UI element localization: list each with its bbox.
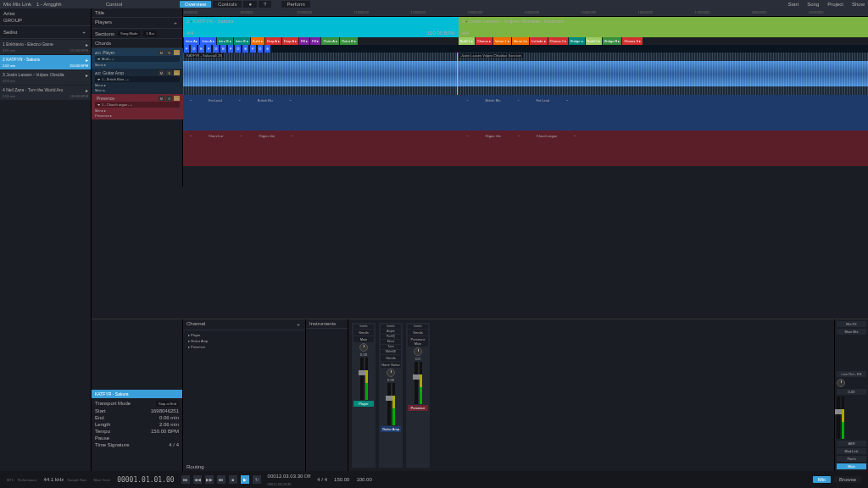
marker[interactable]: Build 1 ▸ [459,37,475,45]
track-header[interactable]: A01PlayerMSon⏷ Multi - +Mono ▸ [92,48,183,69]
marker[interactable]: Build 2 ▸ [586,37,602,45]
output-knob[interactable] [837,379,845,387]
main-button[interactable]: Main [837,463,866,469]
marker[interactable]: Bridge ▸ [569,37,585,45]
marker[interactable]: Outro A ▸ [321,37,338,45]
record-icon[interactable]: ● [243,1,257,8]
marker[interactable]: Chorus 3 ▸ [622,37,642,45]
add-setlist-icon[interactable]: + [81,29,87,36]
add-channel-icon[interactable]: + [295,321,302,328]
marker[interactable]: Verse 1 ▸ [493,37,511,45]
perform-button[interactable]: Perform [281,1,309,8]
pan-knob[interactable] [414,347,422,356]
mixer-strip: InsertsSendsPresence Main0.0Presence [406,323,430,468]
chord[interactable]: E [220,45,226,53]
artist-selector[interactable]: 1 - Arrgghh [36,2,62,7]
marker[interactable]: Fill ▸ [299,37,309,45]
pan-knob[interactable] [359,343,368,352]
mixfx-button[interactable]: Mix FX [837,321,866,327]
fader[interactable] [415,362,418,404]
help-icon[interactable]: ? [259,1,271,8]
channel-label: Channel [186,321,205,328]
song-block-2[interactable]: 3 - Justin Lassen - Vulpes Obsidian: San… [459,17,868,37]
guitar-patch-lane-1[interactable]: -Fat Lead-British Blu- [183,95,459,105]
fader[interactable] [360,358,364,400]
end-button[interactable]: ⏭ [217,475,225,484]
marker[interactable]: Outro B ▸ [340,37,358,45]
chord[interactable]: E [242,45,248,53]
marker[interactable]: Fill ▸ [310,37,320,45]
add-player-icon[interactable]: + [172,19,179,26]
pan-knob[interactable] [387,369,395,377]
marker[interactable]: Intro B ▸ [234,37,250,45]
nav-project[interactable]: Project [827,2,843,7]
mode-dropdown[interactable]: Stop at End [156,401,179,407]
chord[interactable]: E [198,45,204,53]
nav-song[interactable]: Song [807,2,819,7]
chord[interactable]: F [228,45,233,53]
waveform-1[interactable]: KATFYR - Sakura(4:23) [183,53,457,95]
insert-slot[interactable]: Inserts [408,324,428,329]
channel-item[interactable]: ▸ Player [186,332,302,338]
mainmix-button[interactable]: Main Mix [837,329,866,335]
rewind-button[interactable]: ⏮ [181,475,190,484]
setlist-item[interactable]: 4 Neil Zaza - Turn the World Aro▸4:06 mi… [0,86,91,100]
marker[interactable]: Drop A ▸ [282,37,298,45]
marker[interactable]: Intro A ▸ [184,37,199,45]
tab-controls[interactable]: Controls [213,1,242,8]
channel-item[interactable]: ▸ Guitar Amp [186,338,302,344]
main-fader[interactable] [837,396,840,439]
insert-slot[interactable]: MVerb00 [381,350,401,354]
chord[interactable]: D [191,45,197,53]
chord[interactable]: E [264,45,270,53]
song-mode-dropdown[interactable]: Song Mode [118,30,140,36]
chord[interactable]: D [235,45,241,53]
loop-button[interactable]: ↻ [253,475,261,484]
insert-slot[interactable]: Ampire [381,330,401,334]
control-label: Control [106,2,122,7]
marker[interactable]: Chorus ▸ [476,37,492,45]
stop-button[interactable]: ■ [229,475,237,484]
marker[interactable]: Int.lude ▸ [530,37,547,45]
routing-button[interactable]: Routing [186,464,204,469]
nav-show[interactable]: Show [852,2,865,7]
tab-overview[interactable]: Overview [180,1,211,8]
marker[interactable]: Bridge B ▸ [603,37,621,45]
track-header[interactable]: PresenceMSon⏷ 1 - Church organ - +Mono ▸… [92,94,183,119]
marker[interactable]: Chorus 2 ▸ [548,37,568,45]
marker[interactable]: Build ▸ [251,37,264,45]
nav-start[interactable]: Start [788,2,799,7]
marker[interactable]: Intro B ▸ [217,37,233,45]
insert-slot[interactable]: Pro EQ [381,335,401,339]
fader[interactable] [387,383,391,425]
fwd-button[interactable]: ▶▶ [205,475,214,484]
chord[interactable]: D [213,45,219,53]
setlist-item[interactable]: 3 Justin Lassen - Vulpes Obsidia▸3:03 mi… [0,70,91,85]
waveform-2[interactable]: Justin Lassen Vulpes Obsidian Sanctum [457,53,868,95]
chord[interactable]: F [250,45,255,53]
browse-button[interactable]: Browse [834,476,861,483]
insert-slot[interactable]: Tuner [381,345,401,349]
play-button[interactable]: ▶ [241,475,249,484]
track-header[interactable]: A02Guitar AmpMSon⏷ 1 - British Blue - +M… [92,69,183,94]
marker[interactable]: Drop A ▸ [265,37,281,45]
guitar-patch-lane-2[interactable]: -British Blu-Fat Lead- [459,95,868,105]
insert-slot[interactable]: Inserts [353,324,374,329]
chord[interactable]: F [206,45,211,53]
presence-patch-lane-1[interactable]: -Church or-Organ Jim- [183,130,459,141]
insert-slot[interactable]: Inserts [381,324,401,329]
channel-item[interactable]: ▸ Presence [186,344,302,350]
back-button[interactable]: ◀◀ [193,475,202,484]
bar-dropdown[interactable]: 1 Bar [143,30,157,36]
mic-button[interactable]: Mic [813,476,831,483]
setlist-item[interactable]: 1 Enkhavio - Electro Game▸3:01 min120.00… [0,40,91,54]
chord[interactable]: F [184,45,189,53]
marker[interactable]: Verse 2 ▸ [512,37,530,45]
insert-slot[interactable]: Binaur [381,340,401,344]
chord[interactable]: D [258,45,264,53]
mode-label: Transport Mode [95,401,131,407]
setlist-item[interactable]: 2 KATFYR - Sakura▸2:02 min150.00 BPM [0,55,91,69]
presence-patch-lane-2[interactable]: -Organ Jim-Church organ- [459,130,868,141]
marker[interactable]: Intro A ▸ [200,37,215,45]
song-block-1[interactable]: 2 - KATFYR - Sakura 4/4150.00 BPM [183,17,459,37]
